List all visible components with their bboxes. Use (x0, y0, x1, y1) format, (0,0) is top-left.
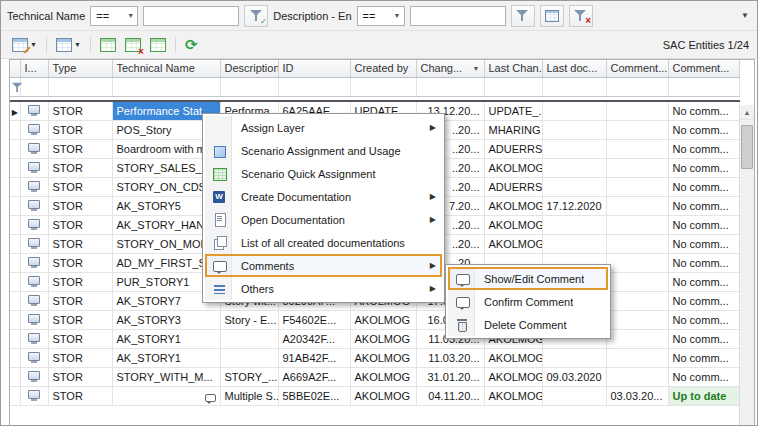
filter-layout-button[interactable] (540, 5, 564, 27)
cell-last-doc[interactable] (542, 215, 606, 234)
cell-last-doc[interactable]: 17.12.2020 (542, 196, 606, 215)
column-header-created-by[interactable]: Created by (350, 60, 416, 77)
submenu-item-confirm-comment[interactable]: Confirm Comment (448, 290, 608, 313)
filter-cell[interactable] (542, 77, 606, 96)
cell-type[interactable]: STOR (48, 310, 112, 329)
cell-comment-status[interactable]: No comm... (668, 177, 739, 196)
grid-design-button[interactable]: ▼ (9, 35, 40, 55)
cell-comment-date[interactable] (606, 291, 668, 310)
cell-technical-name[interactable]: AK_STORY1 (112, 329, 220, 348)
filter-cell[interactable] (606, 77, 668, 96)
cell-comment-status[interactable]: No comm... (668, 348, 739, 367)
column-header-last-chan[interactable]: Last Chan... (484, 60, 542, 77)
cell-type[interactable]: STOR (48, 291, 112, 310)
cell-description[interactable]: Multiple S... (220, 386, 278, 405)
filter-field-1-input[interactable] (143, 6, 239, 26)
cell-type[interactable]: STOR (48, 234, 112, 253)
cell-type[interactable]: STOR (48, 101, 112, 120)
cell-created-by[interactable]: AKOLMOG (350, 348, 416, 367)
cell-description[interactable]: STORY_... (220, 367, 278, 386)
cell-description[interactable] (220, 329, 278, 348)
cell-type[interactable]: STOR (48, 215, 112, 234)
export-button[interactable] (97, 35, 119, 55)
column-header-last-doc[interactable]: Last doc... (542, 60, 606, 77)
column-header-id[interactable]: ID (278, 60, 350, 77)
cell-comment-status[interactable]: No comm... (668, 329, 739, 348)
cell-comment-status[interactable]: No comm... (668, 120, 739, 139)
cell-comment-date[interactable] (606, 158, 668, 177)
cell-type[interactable]: STOR (48, 272, 112, 291)
cell-id[interactable]: A669A2F... (278, 367, 350, 386)
table-row[interactable]: STORAK_STORY1A20342F...AKOLMOG11.03.20..… (10, 329, 739, 348)
filter-cell[interactable] (48, 77, 112, 96)
cell-technical-name[interactable]: AK_STORY1 (112, 348, 220, 367)
filter-cell[interactable] (278, 77, 350, 96)
delete-entries-button[interactable] (122, 35, 144, 55)
cell-comment-date[interactable] (606, 177, 668, 196)
cell-comment-date[interactable] (606, 272, 668, 291)
cell-type[interactable]: STOR (48, 139, 112, 158)
cell-type[interactable]: STOR (48, 158, 112, 177)
table-row[interactable]: STORAK_STORY191AB42F...AKOLMOG11.03.20..… (10, 348, 739, 367)
column-header-type[interactable]: Type (48, 60, 112, 77)
cell-type[interactable]: STOR (48, 329, 112, 348)
column-header-description[interactable]: Description (220, 60, 278, 77)
cell-comment-date[interactable] (606, 310, 668, 329)
cell-last-doc[interactable] (542, 234, 606, 253)
paste-button[interactable] (147, 35, 169, 55)
column-header-blank[interactable] (10, 60, 20, 77)
cell-changed[interactable]: 11.03.20... (416, 348, 484, 367)
cell-last-doc[interactable] (542, 139, 606, 158)
cell-description[interactable]: Story - E... (220, 310, 278, 329)
cell-created-by[interactable]: AKOLMOG (350, 310, 416, 329)
table-row[interactable]: STORAK_STORY3Story - E...F54602E...AKOLM… (10, 310, 739, 329)
cell-last-changed[interactable]: AKOLMOG (484, 215, 542, 234)
filter-field-2-input[interactable] (410, 6, 506, 26)
table-row[interactable]: STORMultiple S...5BBE02E...AKOLMOG04.11.… (10, 386, 739, 405)
cell-id[interactable]: 5BBE02E... (278, 386, 350, 405)
cell-comment-status[interactable]: No comm... (668, 101, 739, 120)
cell-technical-name[interactable] (112, 386, 220, 405)
cell-comment-status[interactable]: No comm... (668, 234, 739, 253)
cell-last-doc[interactable] (542, 158, 606, 177)
cell-last-doc[interactable] (542, 177, 606, 196)
cell-comment-status[interactable]: No comm... (668, 310, 739, 329)
filter-cell[interactable] (416, 77, 484, 96)
cell-type[interactable]: STOR (48, 386, 112, 405)
cell-last-changed[interactable]: UPDATE_... (484, 101, 542, 120)
menu-item-scenario-assignment-and-usage[interactable]: Scenario Assignment and Usage (205, 139, 442, 162)
cell-last-changed[interactable]: ADUERRS... (484, 177, 542, 196)
cell-id[interactable]: F54602E... (278, 310, 350, 329)
cell-comment-status[interactable]: No comm... (668, 253, 739, 272)
scroll-up-button[interactable]: ▲ (740, 105, 754, 120)
vertical-scrollbar[interactable]: ▲ (739, 105, 754, 426)
filter-cell[interactable] (220, 77, 278, 96)
filter-cell[interactable] (112, 77, 220, 96)
cell-technical-name[interactable]: STORY_WITH_M... (112, 367, 220, 386)
cell-comment-status[interactable]: No comm... (668, 158, 739, 177)
cell-comment-date[interactable] (606, 196, 668, 215)
cell-comment-date[interactable] (606, 348, 668, 367)
cell-description[interactable] (220, 348, 278, 367)
menu-item-others[interactable]: Others▶ (205, 277, 442, 300)
cell-comment-status[interactable]: No comm... (668, 139, 739, 158)
cell-last-changed[interactable]: MHARING (484, 120, 542, 139)
filter-cell[interactable] (668, 77, 739, 96)
column-header-i[interactable]: I... (20, 60, 48, 77)
cell-technical-name[interactable]: AK_STORY3 (112, 310, 220, 329)
cell-comment-status[interactable]: No comm... (668, 291, 739, 310)
cell-comment-status[interactable]: No comm... (668, 367, 739, 386)
cell-comment-status[interactable]: No comm... (668, 215, 739, 234)
cell-comment-date[interactable] (606, 253, 668, 272)
cell-last-changed[interactable]: AKOLMOG (484, 367, 542, 386)
cell-type[interactable]: STOR (48, 120, 112, 139)
cell-comment-date[interactable] (606, 329, 668, 348)
cell-last-doc[interactable]: 09.03.2020 (542, 367, 606, 386)
cell-last-changed[interactable]: AKOLMOG (484, 196, 542, 215)
cell-type[interactable]: STOR (48, 177, 112, 196)
menu-item-open-documentation[interactable]: Open Documentation▶ (205, 208, 442, 231)
cell-comment-date[interactable] (606, 367, 668, 386)
scrollbar-thumb[interactable] (741, 125, 753, 169)
apply-filter-button[interactable]: ✓ (244, 5, 268, 27)
cell-id[interactable]: A20342F... (278, 329, 350, 348)
